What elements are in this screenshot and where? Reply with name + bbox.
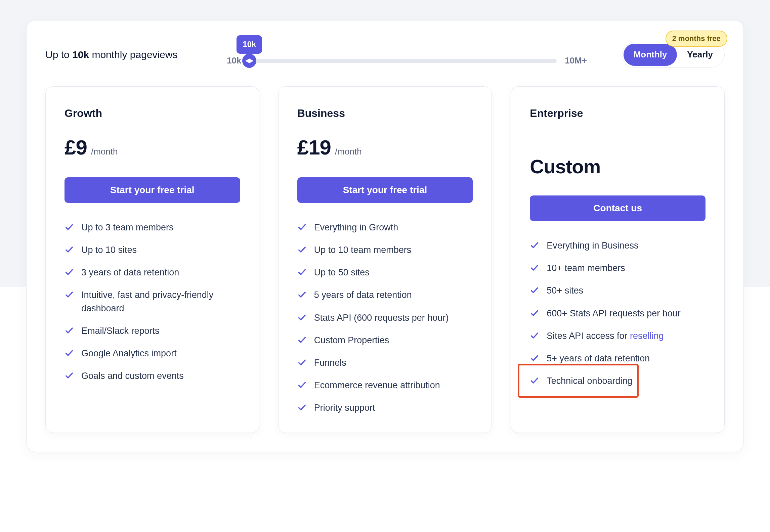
pageviews-headline: Up to 10k monthly pageviews: [45, 47, 220, 62]
billing-yearly-button[interactable]: Yearly: [677, 44, 723, 66]
check-icon: [297, 290, 307, 299]
feature-text: Email/Slack reports: [81, 324, 160, 338]
check-icon: [530, 240, 539, 250]
plan-name: Business: [297, 105, 473, 121]
slider-tooltip: 10k: [237, 35, 262, 54]
plan-period: /month: [91, 145, 118, 158]
check-icon: [65, 348, 74, 358]
check-icon: [530, 285, 539, 295]
plan-card-enterprise: EnterpriseCustomContact usEverything in …: [511, 86, 725, 433]
check-icon: [530, 376, 539, 385]
slider-track[interactable]: 10k ◀▶: [249, 59, 557, 63]
check-icon: [297, 358, 307, 367]
check-icon: [297, 313, 307, 322]
feature-text: Priority support: [314, 401, 375, 414]
feature-text: Technical onboarding: [547, 374, 632, 388]
check-icon: [65, 326, 74, 335]
feature-item: Goals and custom events: [65, 365, 240, 387]
headline-suffix: monthly pageviews: [89, 49, 177, 60]
plan-name: Growth: [65, 105, 240, 121]
plan-price-custom: Custom: [530, 152, 705, 181]
slider-handle[interactable]: ◀▶: [242, 54, 256, 68]
feature-item: Everything in Business: [530, 234, 705, 257]
headline-value: 10k: [72, 49, 89, 60]
plan-price: £9: [65, 132, 87, 163]
feature-item: Up to 10 team members: [297, 239, 473, 261]
plan-features: Everything in GrowthUp to 10 team member…: [297, 216, 473, 419]
feature-text: Google Analytics import: [81, 347, 177, 360]
feature-link[interactable]: reselling: [630, 331, 664, 341]
feature-item: Stats API (600 requests per hour): [297, 307, 473, 329]
feature-text: Funnels: [314, 356, 346, 369]
plan-period: /month: [335, 145, 362, 158]
slider-handle-arrows-icon: ◀▶: [245, 58, 253, 63]
plan-cta-button[interactable]: Contact us: [530, 195, 705, 221]
feature-item: 10+ team members: [530, 257, 705, 279]
feature-text: Up to 50 sites: [314, 266, 370, 279]
check-icon: [297, 267, 307, 277]
plan-card-growth: Growth£9/monthStart your free trialUp to…: [45, 86, 259, 433]
feature-item: 5 years of data retention: [297, 284, 473, 306]
feature-item: Technical onboarding: [530, 370, 705, 392]
feature-item: Sites API access for reselling: [530, 325, 705, 347]
feature-text: Intuitive, fast and privacy-friendly das…: [81, 289, 240, 315]
feature-text: 600+ Stats API requests per hour: [547, 307, 681, 320]
check-icon: [297, 222, 307, 232]
check-icon: [65, 267, 74, 277]
feature-text: Everything in Growth: [314, 221, 398, 234]
feature-text: 10+ team members: [547, 262, 625, 275]
check-icon: [530, 263, 539, 272]
check-icon: [530, 353, 539, 363]
slider-min-label: 10k: [227, 54, 241, 67]
plan-features: Everything in Business10+ team members50…: [530, 234, 705, 392]
feature-item: Up to 3 team members: [65, 216, 240, 239]
feature-item: 600+ Stats API requests per hour: [530, 302, 705, 325]
check-icon: [530, 308, 539, 318]
plan-card-business: Business£19/monthStart your free trialEv…: [278, 86, 492, 433]
feature-text: Up to 10 sites: [81, 243, 137, 257]
feature-item: Everything in Growth: [297, 216, 473, 239]
feature-item: Intuitive, fast and privacy-friendly das…: [65, 284, 240, 319]
billing-monthly-button[interactable]: Monthly: [624, 44, 677, 66]
feature-item: Funnels: [297, 352, 473, 374]
feature-text: Custom Properties: [314, 334, 389, 347]
plan-price: £19: [297, 132, 331, 163]
feature-text: Everything in Business: [547, 239, 638, 252]
pricing-panel: Up to 10k monthly pageviews 10k 10k ◀▶ 1…: [26, 20, 744, 452]
feature-item: Google Analytics import: [65, 342, 240, 365]
feature-text: Goals and custom events: [81, 369, 184, 383]
feature-text: Sites API access for reselling: [547, 329, 664, 343]
check-icon: [530, 331, 539, 340]
pageviews-slider: 10k 10k ◀▶ 10M+: [227, 42, 587, 67]
feature-text: 3 years of data retention: [81, 266, 179, 279]
feature-item: 50+ sites: [530, 279, 705, 302]
feature-item: Custom Properties: [297, 329, 473, 352]
check-icon: [65, 222, 74, 232]
check-icon: [65, 371, 74, 380]
plan-name: Enterprise: [530, 105, 705, 121]
feature-item: Ecommerce revenue attribution: [297, 374, 473, 397]
plan-features: Up to 3 team membersUp to 10 sites3 year…: [65, 216, 240, 387]
check-icon: [297, 245, 307, 254]
check-icon: [297, 380, 307, 390]
promo-pill: 2 months free: [666, 31, 727, 47]
feature-item: Up to 50 sites: [297, 261, 473, 284]
headline-prefix: Up to: [45, 49, 72, 60]
feature-text: Stats API (600 requests per hour): [314, 311, 449, 324]
feature-item: Email/Slack reports: [65, 320, 240, 342]
feature-item: Priority support: [297, 397, 473, 419]
feature-text: 50+ sites: [547, 284, 583, 297]
feature-text: Up to 10 team members: [314, 243, 412, 257]
feature-item: Up to 10 sites: [65, 239, 240, 261]
feature-text: 5+ years of data retention: [547, 352, 650, 365]
feature-text: 5 years of data retention: [314, 289, 412, 302]
plan-cta-button[interactable]: Start your free trial: [297, 177, 473, 203]
check-icon: [297, 403, 307, 412]
feature-item: 5+ years of data retention: [530, 347, 705, 370]
plan-cta-button[interactable]: Start your free trial: [65, 177, 240, 203]
check-icon: [65, 290, 74, 299]
slider-max-label: 10M+: [565, 54, 587, 67]
feature-text: Ecommerce revenue attribution: [314, 379, 440, 392]
check-icon: [297, 335, 307, 345]
feature-item: 3 years of data retention: [65, 261, 240, 284]
